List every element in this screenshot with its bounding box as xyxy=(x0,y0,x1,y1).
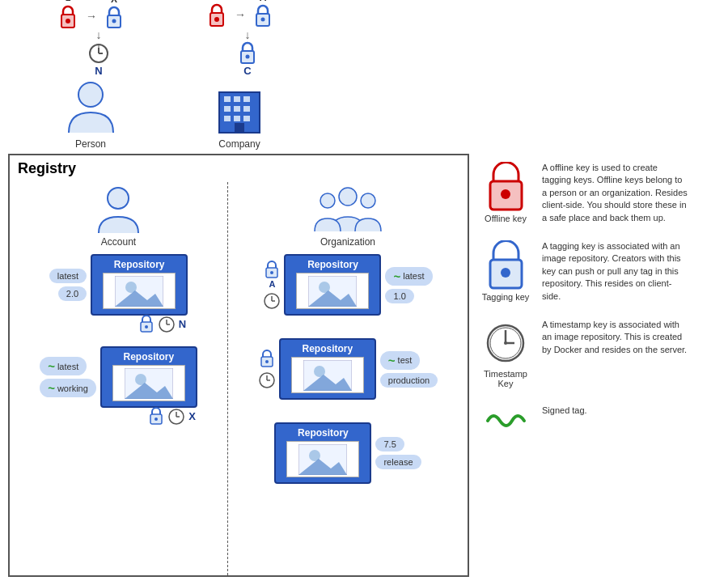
svg-rect-20 xyxy=(243,106,250,112)
offline-key-icon-1 xyxy=(57,3,79,31)
image-icon-3 xyxy=(308,276,357,307)
person-group: 1 → X xyxy=(57,0,125,150)
legend-signed-tag-icon-wrapper xyxy=(477,405,534,437)
svg-point-67 xyxy=(501,268,510,278)
svg-rect-19 xyxy=(234,106,240,112)
svg-rect-18 xyxy=(224,106,231,112)
top-section: 1 → X xyxy=(8,8,720,150)
repo2-right: Repository xyxy=(279,338,376,400)
tagging-key-A-small xyxy=(264,260,280,279)
tag-latest-signed-r: ~ latest xyxy=(385,267,432,286)
repo3-right-title: Repository xyxy=(298,427,349,439)
tagging-key-icon-C xyxy=(237,40,258,65)
account-section: Account xyxy=(96,186,141,248)
image-icon-5 xyxy=(298,444,347,475)
company-label: Company xyxy=(218,138,260,150)
tag-working-signed: ~ working xyxy=(40,379,96,397)
timestamp-key-C-small xyxy=(258,370,276,389)
svg-rect-21 xyxy=(224,116,231,121)
timestamp-key-small-X xyxy=(167,406,185,426)
svg-rect-17 xyxy=(243,96,250,102)
svg-rect-16 xyxy=(234,96,240,102)
account-label: Account xyxy=(101,236,136,248)
legend-offline-key-icon-wrapper: Offline key xyxy=(477,162,534,223)
repo2-right-image xyxy=(291,357,364,393)
svg-point-42 xyxy=(339,188,357,206)
legend-tagging-key-label: Tagging key xyxy=(482,292,530,302)
tag-1-0: 1.0 xyxy=(385,289,413,303)
legend-tagging-key-icon-wrapper: Tagging key xyxy=(477,240,534,302)
legend-tagging-key-icon xyxy=(484,240,528,290)
repo2-left-title: Repository xyxy=(123,351,174,362)
svg-point-30 xyxy=(145,325,148,329)
repo3-right-box-container: Repository xyxy=(274,422,371,484)
legend-offline-key-label: Offline key xyxy=(485,214,527,223)
repo1-right-tags: ~ latest 1.0 xyxy=(385,265,432,305)
legend-timestamp-key-desc: A timestamp key is associated with an im… xyxy=(542,319,688,356)
repo1-right: Repository xyxy=(284,254,381,316)
svg-point-1 xyxy=(66,19,70,23)
key-A-left: A xyxy=(263,260,281,310)
org-icon xyxy=(311,186,384,235)
svg-point-13 xyxy=(246,55,250,59)
repo2-left-wrapper: ~ latest ~ working Repository xyxy=(14,346,223,408)
org-section: Organization xyxy=(311,186,384,248)
repo1-left-wrapper: latest 2.0 Repository xyxy=(14,254,223,316)
svg-point-72 xyxy=(504,341,507,345)
svg-point-25 xyxy=(108,188,129,209)
repo1-right-image xyxy=(296,273,369,309)
bottom-section: Registry Account latest xyxy=(8,154,720,577)
svg-point-43 xyxy=(320,193,335,208)
repo2-right-wrapper: Repository xyxy=(232,338,463,400)
tag-production: production xyxy=(380,373,438,388)
timestamp-key-A-small xyxy=(263,290,281,310)
timestamp-key-small-N xyxy=(158,314,176,333)
person-label: Person xyxy=(75,138,106,150)
repo1-box-container: Repository xyxy=(91,254,188,316)
svg-point-11 xyxy=(261,18,265,22)
tagging-key-small xyxy=(138,314,154,333)
repo1-left: Repository xyxy=(91,254,188,316)
legend-timestamp-key-icon xyxy=(484,319,528,367)
svg-point-44 xyxy=(361,193,375,208)
registry-box: Registry Account latest xyxy=(8,154,469,577)
account-icon xyxy=(96,186,141,235)
tagging-key-icon-A xyxy=(252,3,273,29)
repo1-keys: N xyxy=(138,314,186,333)
repo3-right-image xyxy=(286,441,359,477)
legend-offline-key-desc: A offline key is used to create tagging … xyxy=(542,162,688,224)
svg-rect-23 xyxy=(243,116,250,121)
repo2-X-label: X xyxy=(188,410,196,422)
legend-tagging-key-desc: A tagging key is associated with an imag… xyxy=(542,240,688,303)
repo1-left-image xyxy=(103,273,176,309)
svg-rect-15 xyxy=(224,96,231,102)
company-group: 2 → A xyxy=(205,0,273,150)
svg-rect-24 xyxy=(235,123,244,133)
repo3-right: Repository xyxy=(274,422,371,484)
tagging-key-small-2 xyxy=(148,406,164,426)
repo2-keys: X xyxy=(148,406,196,426)
main-container: 1 → X xyxy=(0,0,728,585)
image-icon-4 xyxy=(303,360,352,391)
svg-point-3 xyxy=(112,19,116,23)
offline-key-icon-2 xyxy=(205,2,228,29)
legend-offline-key-icon xyxy=(484,162,528,212)
repo3-right-wrapper: Repository xyxy=(232,422,463,484)
legend-offline-key: Offline key A offline key is used to cre… xyxy=(477,162,688,224)
key-A-label: A xyxy=(269,279,275,289)
legend-signed-tag: Signed tag. xyxy=(477,405,688,437)
tagging-key-icon-X xyxy=(104,5,125,31)
repo2-left-tags: ~ latest ~ working xyxy=(40,355,96,399)
repo3-right-tags: 7.5 release xyxy=(375,435,421,471)
tag-latest-1: latest xyxy=(49,269,87,283)
repo1-left-title: Repository xyxy=(114,259,165,270)
image-icon-2 xyxy=(125,368,173,399)
tag-latest-signed: ~ latest xyxy=(40,357,87,375)
legend-signed-tag-desc: Signed tag. xyxy=(542,405,587,417)
repo1-right-box-container: Repository xyxy=(284,254,381,316)
repo2-right-tags: ~ test production xyxy=(380,350,438,389)
key-C-repo2 xyxy=(258,349,276,389)
repo1-left-tags: latest 2.0 xyxy=(49,267,87,303)
repo1-right-wrapper: A Repository xyxy=(232,254,463,316)
legend-section: Offline key A offline key is used to cre… xyxy=(469,154,696,577)
